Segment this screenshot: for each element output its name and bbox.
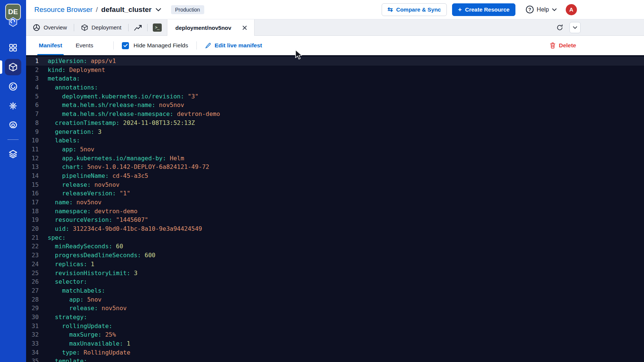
- code-text: release: nov5nov: [48, 180, 120, 189]
- code-line[interactable]: 22 minReadySeconds: 60: [26, 242, 644, 251]
- breadcrumb-cluster-name: default_cluster: [101, 6, 152, 14]
- line-number: 15: [26, 180, 39, 189]
- tab-overview[interactable]: Overview: [26, 19, 74, 35]
- code-line[interactable]: 16 releaseVersion: "1": [26, 189, 644, 198]
- line-number: 25: [26, 269, 39, 278]
- brand-logo[interactable]: DE: [5, 4, 21, 27]
- edit-live-manifest-button[interactable]: Edit live manifest: [205, 42, 262, 49]
- tab-list-dropdown-button[interactable]: [569, 22, 581, 33]
- code-line[interactable]: 5 deployment.kubernetes.io/revision: "3": [26, 92, 644, 101]
- code-line[interactable]: 33 maxUnavailable: 1: [26, 339, 644, 348]
- line-number: 30: [26, 313, 39, 322]
- code-line[interactable]: 13 chart: 5nov-1.0.142-DEPLOY-6a824121-4…: [26, 163, 644, 171]
- breadcrumb-resource-browser[interactable]: Resource Browser: [34, 6, 92, 14]
- subtab-manifest[interactable]: Manifest: [37, 36, 64, 55]
- cluster-dropdown-button[interactable]: [155, 8, 161, 12]
- code-text: metadata:: [48, 74, 80, 83]
- help-label: Help: [537, 6, 549, 13]
- code-text: release: nov5nov: [48, 304, 127, 313]
- code-line[interactable]: 19 resourceVersion: "1445607": [26, 215, 644, 224]
- help-menu[interactable]: ? Help: [526, 6, 557, 13]
- gear-icon: [8, 120, 18, 130]
- tab-deployment-label: Deployment: [92, 24, 121, 31]
- sidebar-item-apps[interactable]: [5, 40, 21, 56]
- manifest-code-editor[interactable]: 1apiVersion: apps/v12kind: Deployment3me…: [26, 55, 644, 362]
- code-line[interactable]: 30 strategy:: [26, 313, 644, 322]
- sidebar-item-resource-browser[interactable]: [5, 59, 21, 75]
- code-line[interactable]: 29 release: nov5nov: [26, 304, 644, 313]
- line-number: 4: [26, 83, 39, 92]
- code-line[interactable]: 4 annotations:: [26, 83, 644, 92]
- line-number: 11: [26, 145, 39, 154]
- code-line[interactable]: 21spec:: [26, 233, 644, 242]
- code-line[interactable]: 35 template:: [26, 357, 644, 362]
- code-text: app: 5nov: [48, 295, 102, 304]
- code-text: type: RollingUpdate: [48, 348, 130, 357]
- code-text: creationTimestamp: 2024-11-08T13:52:13Z: [48, 119, 195, 128]
- code-line[interactable]: 2kind: Deployment: [26, 66, 644, 75]
- code-line[interactable]: 28 app: 5nov: [26, 295, 644, 304]
- compare-sync-button[interactable]: ⇆ Compare & Sync: [382, 3, 447, 16]
- delete-button[interactable]: Delete: [550, 42, 576, 49]
- code-text: annotations:: [48, 83, 98, 92]
- sun-gear-icon: [8, 101, 18, 111]
- create-resource-button[interactable]: + Create Resource: [452, 3, 515, 16]
- close-icon: [242, 25, 247, 30]
- code-line[interactable]: 17 name: nov5nov: [26, 198, 644, 207]
- sidebar-item-settings[interactable]: [5, 117, 21, 133]
- code-line[interactable]: 27 matchLabels:: [26, 286, 644, 295]
- code-line[interactable]: 9 generation: 3: [26, 128, 644, 136]
- code-line[interactable]: 7 meta.helm.sh/release-namespace: devtro…: [26, 110, 644, 119]
- delete-label: Delete: [559, 42, 576, 49]
- refresh-button[interactable]: [556, 24, 564, 31]
- code-line[interactable]: 34 type: RollingUpdate: [26, 348, 644, 357]
- code-line[interactable]: 12 app.kubernetes.io/managed-by: Helm: [26, 154, 644, 163]
- code-line[interactable]: 18 namespace: devtron-demo: [26, 207, 644, 216]
- layers-icon: [8, 149, 18, 159]
- line-number: 33: [26, 339, 39, 348]
- hide-managed-fields-toggle[interactable]: Hide Managed Fields: [122, 42, 188, 49]
- tab-monitoring-chart[interactable]: [129, 19, 147, 35]
- code-line[interactable]: 1apiVersion: apps/v1: [26, 57, 644, 66]
- subtab-events[interactable]: Events: [74, 36, 95, 55]
- sidebar-nav: [0, 40, 26, 162]
- code-line[interactable]: 31 rollingUpdate:: [26, 322, 644, 331]
- code-text: namespace: devtron-demo: [48, 207, 138, 216]
- code-line[interactable]: 23 progressDeadlineSeconds: 600: [26, 251, 644, 260]
- code-text: strategy:: [48, 313, 87, 322]
- code-line[interactable]: 8 creationTimestamp: 2024-11-08T13:52:13…: [26, 119, 644, 128]
- code-text: app: 5nov: [48, 145, 94, 154]
- code-line[interactable]: 32 maxSurge: 25%: [26, 330, 644, 339]
- tab-deployment[interactable]: Deployment: [74, 19, 128, 35]
- code-line[interactable]: 3metadata:: [26, 74, 644, 83]
- sidebar-item-jobs[interactable]: [5, 98, 21, 114]
- code-line[interactable]: 24 replicas: 1: [26, 260, 644, 269]
- code-line[interactable]: 20 uid: 312234c4-9bd0-41bc-8a10-9e3a9442…: [26, 224, 644, 233]
- user-avatar[interactable]: A: [566, 4, 577, 15]
- tab-terminal[interactable]: >_: [148, 19, 167, 35]
- manifest-toolbar: Manifest Events Hide Managed Fields Edit…: [26, 36, 644, 55]
- close-tab-button[interactable]: [241, 24, 248, 31]
- line-number: 7: [26, 110, 39, 119]
- code-line[interactable]: 26 selector:: [26, 277, 644, 286]
- code-text: revisionHistoryLimit: 3: [48, 269, 138, 278]
- code-text: generation: 3: [48, 128, 102, 136]
- code-line[interactable]: 25 revisionHistoryLimit: 3: [26, 269, 644, 278]
- code-line[interactable]: 11 app: 5nov: [26, 145, 644, 154]
- code-line[interactable]: 10 labels:: [26, 136, 644, 145]
- check-icon: [123, 44, 128, 47]
- code-line[interactable]: 15 release: nov5nov: [26, 180, 644, 189]
- sidebar-item-stack-manager[interactable]: [5, 146, 21, 162]
- hide-managed-fields-label: Hide Managed Fields: [133, 42, 188, 49]
- code-line[interactable]: 14 pipelineName: cd-45-a3c5: [26, 171, 644, 180]
- tab-deployment-nov5nov[interactable]: deployment/nov5nov: [167, 19, 255, 36]
- line-number: 32: [26, 330, 39, 339]
- code-text: deployment.kubernetes.io/revision: "3": [48, 92, 199, 101]
- tabbar-actions: [556, 19, 581, 35]
- code-line[interactable]: 6 meta.helm.sh/release-name: nov5nov: [26, 101, 644, 110]
- sidebar-item-releases[interactable]: [5, 78, 21, 95]
- code-text: app.kubernetes.io/managed-by: Helm: [48, 154, 184, 163]
- code-text: rollingUpdate:: [48, 322, 112, 331]
- checkbox-checked[interactable]: [122, 42, 129, 49]
- line-number: 1: [26, 57, 39, 66]
